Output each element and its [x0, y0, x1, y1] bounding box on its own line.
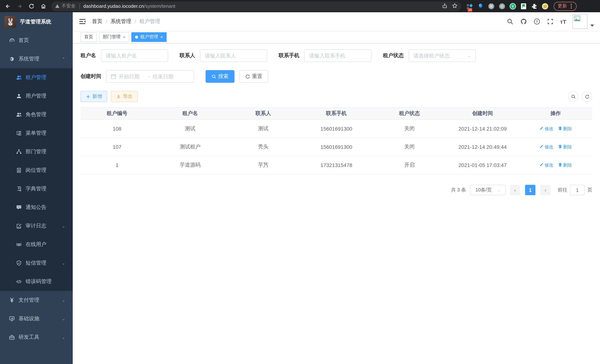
delete-button[interactable]: 删除 — [558, 126, 572, 132]
search-button[interactable]: 搜索 — [206, 70, 234, 83]
tenant-status-select[interactable]: ⌄ — [409, 49, 476, 62]
sidebar-item-tenant[interactable]: 租户管理 — [0, 68, 73, 87]
sidebar-item-dict[interactable]: 字典管理 — [0, 180, 73, 198]
sidebar-item-system[interactable]: 系统管理⌃ — [0, 50, 73, 68]
forward-icon[interactable] — [15, 1, 25, 11]
extensions-puzzle-icon[interactable] — [531, 3, 538, 9]
reset-button[interactable]: 重置 — [239, 70, 268, 83]
tab-dept[interactable]: 部门管理× — [99, 32, 129, 42]
table-row: 107测试租户秃头15601691300关闭2021-12-14 20:49:4… — [81, 138, 592, 156]
chevron-up-icon: ⌃ — [62, 56, 65, 61]
reload-icon[interactable] — [27, 1, 36, 11]
page-1-button[interactable]: 1 — [525, 185, 535, 195]
sidebar-item-dev-tool[interactable]: 研发工具⌄ — [0, 328, 73, 346]
extension-y-icon[interactable]: Y — [509, 3, 516, 9]
column-header: 租户名 — [154, 107, 227, 120]
cell-created: 2021-12-14 20:49:44 — [446, 138, 519, 156]
search-icon[interactable] — [507, 18, 514, 25]
extension-tag-manager-icon[interactable]: 10 — [466, 3, 473, 9]
home-icon[interactable] — [38, 1, 48, 11]
table-toolbar: 新增 导出 — [81, 91, 592, 102]
start-date-input[interactable] — [119, 74, 145, 79]
back-icon[interactable] — [3, 1, 13, 11]
sidebar-logo[interactable]: 🐰 芋道管理系统 — [0, 12, 73, 31]
edit-button[interactable]: 修改 — [539, 162, 553, 168]
contact-input[interactable] — [205, 53, 262, 59]
contact-phone-field — [304, 49, 371, 62]
close-icon[interactable]: × — [123, 34, 125, 39]
export-button[interactable]: 导出 — [111, 91, 138, 102]
tenant-name-input[interactable] — [106, 53, 163, 59]
delete-button[interactable]: 删除 — [558, 162, 572, 168]
sidebar-item-online-user[interactable]: 在线用户 — [0, 235, 73, 254]
sidebar-item-error-code[interactable]: 错误码管理 — [0, 272, 73, 291]
share-icon[interactable] — [442, 3, 448, 9]
browser-update-button[interactable]: 更新 — [554, 2, 577, 10]
app-title: 芋道管理系统 — [20, 18, 51, 25]
create-time-range-picker[interactable]: - — [106, 70, 194, 83]
sidebar-item-home[interactable]: 首页 — [0, 31, 73, 50]
page-size-select[interactable]: 10条/页⌄ — [470, 185, 506, 195]
trash-icon — [558, 126, 562, 131]
address-divider — [79, 3, 80, 9]
next-page-button[interactable]: › — [540, 185, 551, 195]
sidebar-collapse-icon[interactable] — [79, 18, 86, 25]
browser-toolbar: 不安全 dashboard.yudao.iocoder.cn/system/te… — [0, 0, 600, 12]
sidebar-item-sms[interactable]: 短信管理⌄ — [0, 254, 73, 272]
table-row: 1芋道源码芋艿17321315478开启2021-01-05 17:03:47修… — [81, 156, 592, 174]
tenant-status-input[interactable] — [413, 53, 465, 59]
sidebar-item-post[interactable]: 岗位管理 — [0, 161, 73, 180]
goto-page-input[interactable] — [570, 185, 585, 195]
extension-balloon-icon[interactable] — [477, 3, 484, 9]
sidebar-item-notice[interactable]: 通知公告 — [0, 198, 73, 217]
edit-button[interactable]: 修改 — [539, 144, 553, 150]
extension-flag-icon[interactable] — [520, 3, 527, 9]
cell-id: 1 — [81, 156, 154, 174]
sidebar: 🐰 芋道管理系统 首页系统管理⌃租户管理用户管理角色管理菜单管理部门管理岗位管理… — [0, 12, 73, 364]
sidebar-menu: 首页系统管理⌃租户管理用户管理角色管理菜单管理部门管理岗位管理字典管理通知公告审… — [0, 31, 73, 346]
sidebar-item-audit-log[interactable]: 审计日志⌄ — [0, 217, 73, 235]
tab-tenant[interactable]: 租户管理× — [131, 32, 167, 42]
fullscreen-icon[interactable] — [547, 18, 554, 25]
tags-view: 首页 部门管理× 租户管理× — [73, 31, 600, 43]
contact-label: 联系人 — [180, 52, 195, 59]
sidebar-item-pay[interactable]: 支付管理⌄ — [0, 291, 73, 309]
extension-command-icon[interactable]: ⌘ — [488, 3, 495, 9]
end-date-input[interactable] — [153, 74, 179, 79]
column-header: 联系人 — [227, 107, 300, 120]
filter-row-2: 创建时间 - 搜索 重置 — [81, 70, 592, 83]
address-bar[interactable]: 不安全 dashboard.yudao.iocoder.cn/system/te… — [51, 1, 461, 11]
profile-avatar-icon[interactable] — [542, 3, 548, 9]
browser-menu-icon[interactable] — [570, 3, 572, 9]
sidebar-item-dept[interactable]: 部门管理 — [0, 142, 73, 161]
tab-home[interactable]: 首页 — [81, 32, 97, 42]
user-avatar[interactable] — [572, 14, 594, 29]
svg-text:?: ? — [536, 20, 538, 24]
bookmark-star-icon[interactable] — [452, 3, 458, 9]
column-header: 联系手机 — [300, 107, 373, 120]
refresh-icon[interactable] — [582, 91, 592, 102]
chevron-down-icon: ⌄ — [62, 298, 65, 303]
security-warning-icon[interactable]: 不安全 — [55, 3, 75, 9]
prev-page-button[interactable]: ‹ — [510, 185, 520, 195]
cell-phone: 17321315478 — [300, 156, 373, 174]
font-size-icon[interactable]: тT — [560, 18, 566, 25]
delete-button[interactable]: 删除 — [558, 144, 572, 150]
sidebar-item-user[interactable]: 用户管理 — [0, 87, 73, 105]
toggle-search-icon[interactable] — [568, 91, 579, 102]
help-icon[interactable]: ? — [533, 18, 540, 25]
sidebar-item-infra[interactable]: 基础设施⌄ — [0, 309, 73, 328]
extension-green-dot-icon[interactable] — [499, 3, 505, 9]
sidebar-item-menu[interactable]: 菜单管理 — [0, 124, 73, 142]
close-icon[interactable]: × — [160, 34, 163, 39]
edit-button[interactable]: 修改 — [539, 126, 553, 132]
avatar-dropdown-icon[interactable] — [590, 25, 594, 27]
contact-phone-input[interactable] — [309, 53, 367, 59]
breadcrumb-system[interactable]: 系统管理 — [111, 18, 131, 25]
breadcrumb-home[interactable]: 首页 — [92, 18, 103, 25]
github-icon[interactable] — [520, 18, 527, 25]
sidebar-item-role[interactable]: 角色管理 — [0, 105, 73, 124]
chevron-down-icon: ⌄ — [62, 261, 65, 265]
add-button[interactable]: 新增 — [81, 91, 107, 102]
dictionary-icon — [16, 186, 22, 192]
